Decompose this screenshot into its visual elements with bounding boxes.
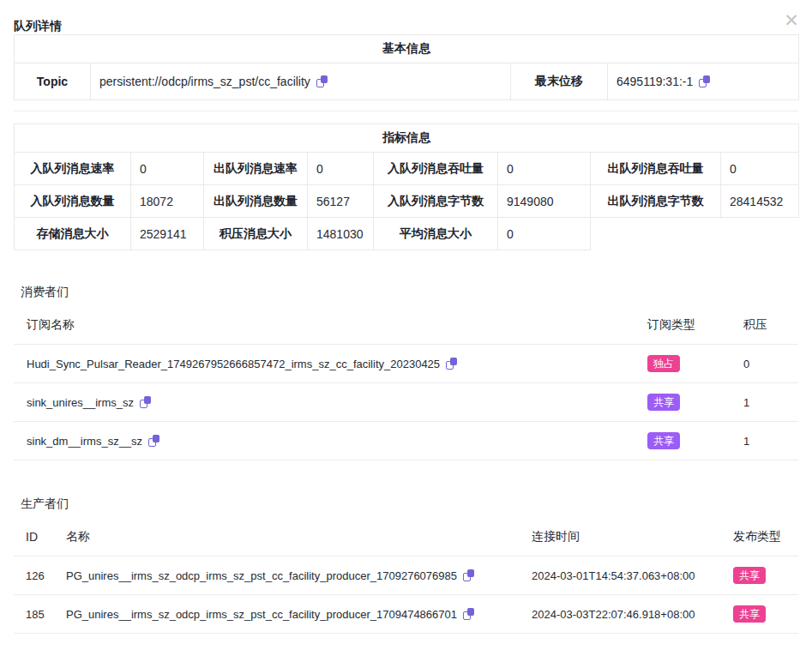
metrics-table: 指标信息 入队列消息速率 0 出队列消息速率 0 入队列消息吞吐量 0 出队列消… [14,123,799,250]
topic-value: persistent://odcp/irms_sz_pst/cc_facilit… [99,75,310,88]
producers-header-row: ID 名称 连接时间 发布类型 [14,512,798,557]
copy-icon[interactable] [463,569,474,581]
metrics-row: 存储消息大小 2529141 积压消息大小 1481030 平均消息大小 0 [15,218,799,250]
subscription-name-cell: sink_dm__irms_sz__sz [14,422,647,460]
backlog-cell: 0 [743,345,798,383]
connect-time-cell: 2024-03-01T14:54:37.063+08:00 [532,557,733,595]
subscription-name: sink_unires__irms_sz [27,396,134,409]
producers-table: ID 名称 连接时间 发布类型 126 PG_unires__irms_sz_o… [14,512,798,634]
subscription-type-cell: 独占 [647,345,743,383]
publish-type-cell: 共享 [733,557,798,595]
consumers-header-row: 订阅名称 订阅类型 积压 [14,300,798,345]
subscription-type-cell: 共享 [647,422,743,460]
metric-value: 0 [498,218,591,250]
producer-name: PG_unires__irms_sz_odcp_irms_sz_pst_cc_f… [66,608,457,621]
metrics-row: 入队列消息数量 18072 出队列消息数量 56127 入队列消息字节数 914… [15,185,799,218]
metrics-empty-cell [591,218,799,250]
column-header-subscription-name: 订阅名称 [14,300,647,345]
topic-value-cell: persistent://odcp/irms_sz_pst/cc_facilit… [91,63,511,100]
backlog-cell: 1 [743,383,798,422]
subscription-name-cell: sink_unires__irms_sz [14,383,647,422]
copy-icon[interactable] [148,435,159,447]
modal-header: 队列详情 ✕ [0,0,812,34]
metric-value: 0 [131,153,204,185]
producer-name-cell: PG_unires__irms_sz_odcp_irms_sz_pst_cc_f… [66,557,532,595]
subscription-type-cell: 共享 [647,383,743,422]
metric-value: 1481030 [308,218,374,250]
metric-value: 18072 [131,185,204,218]
subscription-name: Hudi_Sync_Pulsar_Reader_1749267952666857… [27,358,440,370]
close-icon[interactable]: ✕ [781,10,802,31]
status-badge: 共享 [733,605,766,623]
queue-detail-modal: 队列详情 ✕ 基本信息 Topic persistent://odcp/irms… [0,0,812,668]
metric-value: 56127 [308,185,374,218]
table-row: sink_unires__irms_sz 共享 1 [14,383,798,422]
page-title: 队列详情 [14,19,62,33]
last-offset-value: 6495119:31:-1 [617,75,693,88]
column-header-id: ID [14,512,66,557]
copy-icon[interactable] [463,608,474,620]
table-row: 185 PG_unires__irms_sz_odcp_irms_sz_pst_… [14,595,798,634]
metric-label: 出队列消息字节数 [591,185,721,218]
metric-value: 0 [721,153,799,185]
metrics-row: 入队列消息速率 0 出队列消息速率 0 入队列消息吞吐量 0 出队列消息吞吐量 … [15,153,799,185]
metric-label: 入队列消息数量 [15,185,131,218]
table-row: Hudi_Sync_Pulsar_Reader_1749267952666857… [14,345,798,383]
basic-info-table: 基本信息 Topic persistent://odcp/irms_sz_pst… [14,34,799,100]
column-header-name: 名称 [66,512,532,557]
status-badge: 共享 [647,432,680,449]
metric-label: 存储消息大小 [15,218,131,250]
column-header-subscription-type: 订阅类型 [647,300,743,345]
metric-label: 出队列消息吞吐量 [591,153,721,185]
producer-name: PG_unires__irms_sz_odcp_irms_sz_pst_cc_f… [66,569,457,582]
metric-value: 0 [498,153,591,185]
metric-label: 积压消息大小 [204,218,308,250]
column-header-backlog: 积压 [743,300,798,345]
metrics-header: 指标信息 [15,124,799,153]
metric-label: 入队列消息吞吐量 [374,153,498,185]
basic-info-header: 基本信息 [15,35,799,63]
consumers-table: 订阅名称 订阅类型 积压 Hudi_Sync_Pulsar_Reader_174… [14,300,798,460]
subscription-name-cell: Hudi_Sync_Pulsar_Reader_1749267952666857… [14,345,647,383]
publish-type-cell: 共享 [733,595,798,634]
subscription-name: sink_dm__irms_sz__sz [27,435,142,448]
metric-label: 平均消息大小 [374,218,498,250]
column-header-connect-time: 连接时间 [532,512,733,557]
status-badge: 共享 [647,394,680,411]
backlog-cell: 1 [743,422,798,460]
producer-name-cell: PG_unires__irms_sz_odcp_irms_sz_pst_cc_f… [66,595,532,634]
copy-icon[interactable] [316,75,328,87]
connect-time-cell: 2024-03-03T22:07:46.918+08:00 [532,595,733,634]
metric-value: 2529141 [131,218,204,250]
metric-label: 入队列消息速率 [15,153,131,185]
consumers-section-title: 消费者们 [21,285,791,300]
status-badge: 独占 [647,355,680,372]
status-badge: 共享 [733,567,766,584]
section-divider [14,111,798,111]
metric-label: 出队列消息速率 [204,153,308,185]
last-offset-value-cell: 6495119:31:-1 [608,63,799,100]
copy-icon[interactable] [140,396,151,408]
table-row: sink_dm__irms_sz__sz 共享 1 [14,422,798,460]
last-offset-label: 最末位移 [511,63,608,100]
producer-id-cell: 185 [14,595,66,634]
copy-icon[interactable] [446,358,457,370]
metric-value: 28414532 [721,185,799,218]
producer-id-cell: 126 [14,557,66,595]
table-row: 126 PG_unires__irms_sz_odcp_irms_sz_pst_… [14,557,798,595]
metric-label: 出队列消息数量 [204,185,308,218]
producers-section-title: 生产者们 [21,496,791,512]
metric-label: 入队列消息字节数 [374,185,498,218]
metric-value: 0 [308,153,374,185]
metric-value: 9149080 [498,185,591,218]
copy-icon[interactable] [699,75,710,87]
column-header-publish-type: 发布类型 [733,512,798,557]
topic-label: Topic [15,63,91,100]
